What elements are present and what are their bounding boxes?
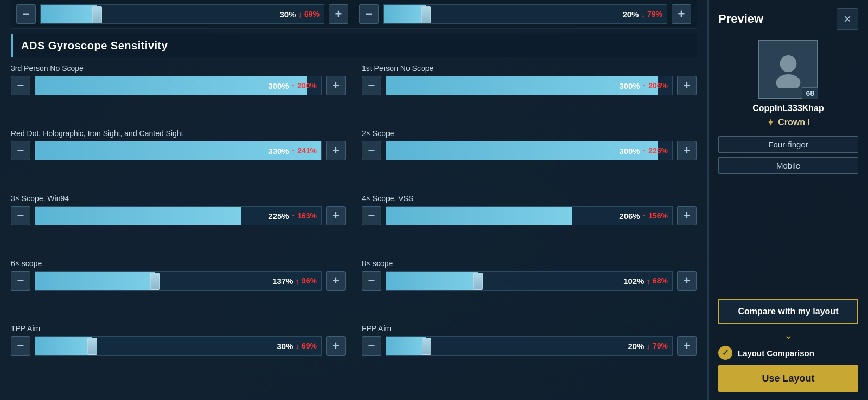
label-red-dot: Red Dot, Holographic, Iron Sight, and Ca… <box>11 129 346 138</box>
change-tpp: 69% <box>302 341 317 350</box>
avatar-icon <box>769 50 807 88</box>
fill-fpp <box>386 337 426 355</box>
arrow-2x <box>642 146 647 156</box>
track-tpp[interactable]: 30% 69% <box>35 336 322 356</box>
svg-point-0 <box>780 55 797 72</box>
plus-8x[interactable]: + <box>677 271 697 291</box>
section-header: ADS Gyroscope Sensitivity <box>11 34 697 57</box>
top-left-current-value: 30% <box>279 10 296 19</box>
plus-fpp[interactable]: + <box>677 336 697 356</box>
values-2x: 300% 225% <box>619 146 668 156</box>
values-4x: 206% 156% <box>619 211 668 221</box>
track-8x[interactable]: 102% 68% <box>386 271 673 291</box>
label-2x-scope: 2× Scope <box>362 129 697 138</box>
top-right-minus-button[interactable]: − <box>359 4 379 24</box>
plus-3x[interactable]: + <box>326 206 346 225</box>
values-tpp: 30% 69% <box>277 341 317 351</box>
label-4x-scope: 4× Scope, VSS <box>362 194 697 203</box>
current-3x: 225% <box>268 211 289 221</box>
values-3rd-person: 300% 200% <box>268 81 317 91</box>
plus-red-dot[interactable]: + <box>326 141 346 160</box>
top-left-minus-button[interactable]: − <box>16 4 36 24</box>
close-button[interactable]: × <box>837 8 858 30</box>
top-right-change-value: 79% <box>647 10 662 18</box>
top-right-slider-handle[interactable] <box>421 6 431 23</box>
track-3rd-person[interactable]: 300% 200% <box>35 76 322 95</box>
chevron-down-icon: ⌄ <box>784 330 793 340</box>
top-left-slider-track[interactable]: 30% 69% <box>40 4 324 24</box>
layout-comparison-row: ✓ Layout Comparison <box>718 346 858 360</box>
plus-4x[interactable]: + <box>677 206 697 225</box>
top-slider-left: − 30% 69% + <box>16 4 348 24</box>
plus-6x[interactable]: + <box>326 271 346 291</box>
plus-2x[interactable]: + <box>677 141 697 160</box>
tag-row: Four-finger Mobile <box>718 136 858 174</box>
track-4x[interactable]: 206% 156% <box>386 206 673 225</box>
compare-button[interactable]: Compare with my layout <box>718 299 858 324</box>
minus-1st-person[interactable]: − <box>362 76 381 95</box>
minus-3x[interactable]: − <box>11 206 30 225</box>
top-left-slider-values: 30% 69% <box>279 10 320 19</box>
change-3rd-person: 200% <box>297 81 317 90</box>
check-circle-icon: ✓ <box>718 346 732 360</box>
top-right-plus-button[interactable]: + <box>672 4 691 24</box>
current-tpp: 30% <box>277 341 293 351</box>
top-left-slider-fill <box>41 5 97 23</box>
minus-6x[interactable]: − <box>11 271 30 291</box>
top-left-slider-handle[interactable] <box>92 6 102 23</box>
label-3rd-person-no-scope: 3rd Person No Scope <box>11 64 346 73</box>
top-right-slider-values: 20% 79% <box>622 10 662 19</box>
handle-tpp[interactable] <box>87 338 97 355</box>
avatar-container: 68 <box>758 40 818 99</box>
change-1st-person: 206% <box>648 81 668 90</box>
values-8x: 102% 68% <box>623 276 668 286</box>
plus-tpp[interactable]: + <box>326 336 346 356</box>
label-fpp-aim: FPP Aim <box>362 324 697 333</box>
minus-8x[interactable]: − <box>362 271 381 291</box>
track-fpp[interactable]: 20% 79% <box>386 336 673 356</box>
setting-1st-person-no-scope: 1st Person No Scope − 300% 206% + <box>362 64 697 121</box>
handle-fpp[interactable] <box>422 338 431 355</box>
minus-tpp[interactable]: − <box>11 336 30 356</box>
values-red-dot: 330% 241% <box>268 146 317 156</box>
slider-row-red-dot: − 330% 241% + <box>11 141 346 160</box>
slider-row-tpp: − 30% 69% + <box>11 336 346 356</box>
setting-8x-scope: 8× scope − 102% 68% + <box>362 259 697 317</box>
top-right-slider-track[interactable]: 20% 79% <box>383 4 667 24</box>
use-layout-button[interactable]: Use Layout <box>718 365 858 392</box>
track-1st-person[interactable]: 300% 206% <box>386 76 673 95</box>
handle-6x[interactable] <box>150 273 160 290</box>
plus-1st-person[interactable]: + <box>677 76 697 95</box>
track-red-dot[interactable]: 330% 241% <box>35 141 322 160</box>
arrow-tpp <box>295 341 299 351</box>
current-2x: 300% <box>619 146 640 156</box>
fill-4x <box>386 207 572 225</box>
fill-3x <box>35 207 241 225</box>
minus-2x[interactable]: − <box>362 141 381 160</box>
slider-row-1st-person: − 300% 206% + <box>362 76 697 95</box>
change-red-dot: 241% <box>297 146 317 155</box>
four-finger-tag[interactable]: Four-finger <box>718 136 858 153</box>
plus-3rd-person[interactable]: + <box>326 76 346 95</box>
track-2x[interactable]: 300% 225% <box>386 141 673 160</box>
top-left-plus-button[interactable]: + <box>329 4 348 24</box>
minus-fpp[interactable]: − <box>362 336 381 356</box>
minus-red-dot[interactable]: − <box>11 141 30 160</box>
avatar-badge: 68 <box>802 87 818 99</box>
track-6x[interactable]: 137% 96% <box>35 271 322 291</box>
change-fpp: 79% <box>653 341 668 350</box>
fill-2x <box>386 141 658 160</box>
label-tpp-aim: TPP Aim <box>11 324 346 333</box>
arrow-8x <box>646 276 650 286</box>
preview-title: Preview <box>718 12 763 26</box>
handle-8x[interactable] <box>473 273 483 290</box>
values-6x: 137% 96% <box>272 276 317 286</box>
minus-4x[interactable]: − <box>362 206 381 225</box>
arrow-3rd-person <box>291 81 296 91</box>
current-3rd-person: 300% <box>268 81 289 91</box>
track-3x[interactable]: 225% 163% <box>35 206 322 225</box>
slider-row-3x: − 225% 163% + <box>11 206 346 225</box>
mobile-tag[interactable]: Mobile <box>718 157 858 174</box>
main-container: − 30% 69% + − 20% <box>0 0 868 400</box>
minus-3rd-person[interactable]: − <box>11 76 30 95</box>
